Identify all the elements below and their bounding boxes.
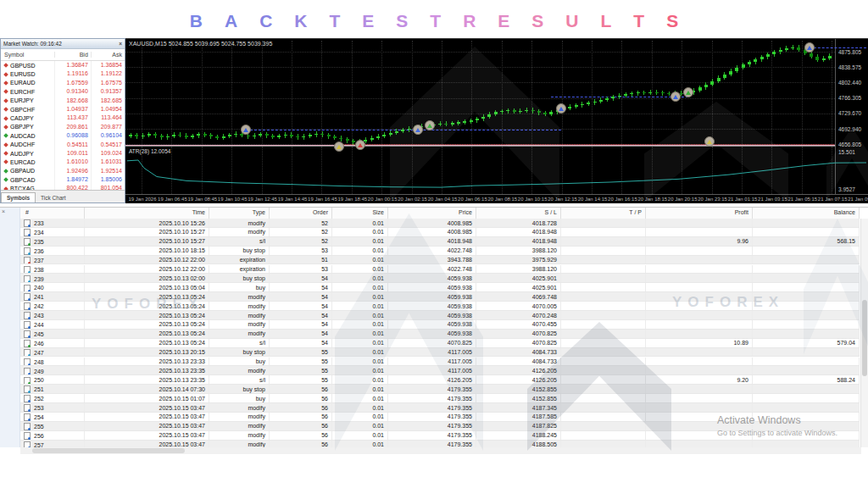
- tab-symbols[interactable]: Symbols: [1, 192, 36, 202]
- trade-marker[interactable]: [704, 136, 715, 147]
- market-watch-row-audcad[interactable]: AUDCAD0.960880.96104: [1, 131, 125, 140]
- table-row[interactable]: 2552025.10.15 03:47modify560.014179.3554…: [20, 422, 860, 431]
- horizontal-scrollbar[interactable]: [20, 447, 861, 454]
- order-cell: 54: [270, 320, 332, 329]
- time-axis-label: 21 Jan 03:15: [758, 197, 787, 202]
- close-icon[interactable]: ×: [119, 41, 122, 47]
- deal-cell: 243: [20, 311, 85, 319]
- market-watch-row-audjpy[interactable]: AUDJPY109.011109.024: [1, 149, 125, 158]
- trade-marker[interactable]: [804, 42, 815, 53]
- price-cell: 4126.205: [388, 375, 476, 384]
- market-watch-row-gbpaud[interactable]: GBPAUD1.924961.92514: [1, 167, 125, 175]
- order-type-icon: [24, 385, 31, 393]
- close-icon[interactable]: ×: [2, 208, 5, 214]
- balance-cell: [753, 422, 860, 430]
- time-cell: 2025.10.13 05:24: [85, 320, 209, 329]
- trade-marker[interactable]: [683, 87, 693, 97]
- time-axis-label: 20 Jan 14:15: [578, 197, 608, 202]
- table-row[interactable]: 2432025.10.13 05:24modify540.014059.9384…: [20, 311, 860, 320]
- profit-cell: [646, 219, 753, 227]
- deal-cell: 235: [20, 237, 85, 246]
- table-row[interactable]: 2442025.10.13 05:24modify540.014059.9384…: [20, 320, 860, 330]
- market-watch-row-gbpchf[interactable]: GBPCHF1.049371.04954: [1, 105, 125, 114]
- vertical-scrollbar[interactable]: [860, 219, 868, 447]
- trade-marker[interactable]: [556, 103, 566, 114]
- table-row[interactable]: 2332025.10.10 15:26modify520.014008.9854…: [20, 219, 860, 228]
- vertical-scrollbar-thumb[interactable]: [862, 300, 867, 376]
- order-type-icon: [24, 368, 31, 375]
- balance-cell: [753, 358, 860, 366]
- market-watch-row-audchf[interactable]: AUDCHF0.545110.54517: [1, 141, 125, 149]
- profit-cell: [646, 265, 753, 274]
- trade-marker[interactable]: [241, 125, 251, 135]
- trade-marker[interactable]: [413, 125, 423, 135]
- trade-marker[interactable]: [425, 120, 435, 130]
- time-axis-label: 20 Jan 18:15: [637, 197, 667, 202]
- time-cell: 2025.10.13 23:35: [85, 375, 209, 384]
- trade-marker[interactable]: [355, 140, 365, 150]
- sl-cell: 4018.948: [476, 237, 561, 246]
- time-cell: 2025.10.13 05:04: [85, 283, 209, 291]
- market-watch-row-eurchf[interactable]: EURCHF0.913400.91357: [1, 87, 125, 96]
- market-watch-row-gbpusd[interactable]: GBPUSD1.368471.36854: [1, 61, 125, 69]
- profit-cell: [646, 302, 753, 310]
- title-letter: A: [225, 11, 237, 31]
- market-watch-row-cadjpy[interactable]: CADJPY113.437113.464: [1, 114, 125, 122]
- size-cell: 0.01: [332, 219, 388, 227]
- table-row[interactable]: 2532025.10.15 03:47modify560.014179.3554…: [20, 403, 860, 413]
- price-chart[interactable]: XAUUSD,M15 5024.855 5039.695 5024.755 50…: [125, 38, 868, 203]
- type-cell: s/l: [209, 375, 270, 384]
- balance-cell: [753, 247, 860, 255]
- sl-cell: 4070.005: [476, 302, 561, 310]
- market-watch-row-gbpcad[interactable]: GBPCAD1.849721.85006: [1, 175, 125, 184]
- profit-cell: [646, 431, 753, 440]
- size-cell: 0.01: [332, 366, 388, 374]
- table-row[interactable]: 2462025.10.13 05:24s/l540.014070.8254070…: [20, 339, 860, 348]
- table-row[interactable]: 2562025.10.15 03:47modify560.014179.3554…: [20, 431, 860, 441]
- type-cell: modify: [209, 422, 270, 430]
- trade-marker[interactable]: [334, 141, 344, 152]
- table-row[interactable]: 2412025.10.13 05:24modify540.014059.9384…: [20, 292, 860, 302]
- profit-cell: [646, 292, 753, 301]
- trade-marker[interactable]: [670, 92, 681, 102]
- horizontal-scrollbar-thumb[interactable]: [32, 448, 185, 453]
- deal-cell: 242: [20, 302, 85, 310]
- bid-value: 1.61010: [55, 158, 92, 166]
- table-row[interactable]: 2542025.10.15 03:47modify560.014179.3554…: [20, 413, 860, 422]
- table-row[interactable]: 2422025.10.13 05:24modify540.014059.9384…: [20, 302, 860, 311]
- table-row[interactable]: 2362025.10.10 18:15buy stop530.014022.74…: [20, 247, 860, 256]
- deal-cell: 250: [20, 375, 85, 384]
- table-row[interactable]: 2352025.10.10 15:27s/l520.014018.9484018…: [20, 237, 860, 247]
- type-cell: modify: [209, 302, 270, 310]
- table-row[interactable]: 2492025.10.13 23:35modify550.014117.0054…: [20, 366, 860, 375]
- table-row[interactable]: 2512025.10.14 07:30buy stop560.014179.35…: [20, 385, 860, 394]
- table-row[interactable]: 2482025.10.13 23:33buy550.014117.0054084…: [20, 358, 860, 367]
- sl-cell: 4084.733: [476, 348, 561, 357]
- deal-number: 248: [34, 359, 44, 365]
- sl-cell: 4152.855: [476, 385, 561, 393]
- market-watch-rows: GBPUSD1.368471.36854EURUSD1.191161.19122…: [1, 61, 125, 193]
- table-row[interactable]: 2472025.10.13 20:15buy stop550.014117.00…: [20, 348, 860, 358]
- market-watch-row-eurcad[interactable]: EURCAD1.610101.61031: [1, 158, 125, 166]
- table-row[interactable]: 2382025.10.12 22:00expiration530.014022.…: [20, 265, 860, 274]
- table-row[interactable]: 2502025.10.13 23:35s/l550.014126.2054126…: [20, 375, 860, 385]
- tab-tick-chart[interactable]: Tick Chart: [36, 193, 70, 202]
- table-row[interactable]: 2402025.10.13 05:04buy540.014059.9384025…: [20, 283, 860, 292]
- price-cell: 4179.355: [388, 413, 476, 421]
- table-column-price: Price: [388, 208, 476, 219]
- deal-cell: 253: [20, 403, 85, 412]
- market-watch-row-euraud[interactable]: EURAUD1.675591.67575: [1, 79, 125, 87]
- time-axis-label: 20 Jan 12:15: [548, 197, 577, 202]
- table-row[interactable]: 2452025.10.13 05:24modify540.014059.9384…: [20, 330, 860, 339]
- market-watch-row-eurusd[interactable]: EURUSD1.191161.19122: [1, 69, 125, 78]
- table-row[interactable]: 2522025.10.15 01:07buy560.014179.3554152…: [20, 394, 860, 403]
- table-row[interactable]: 2372025.10.12 22:00expiration510.013943.…: [20, 256, 860, 265]
- table-column-order: Order: [270, 208, 332, 219]
- profit-cell: 9.96: [646, 237, 753, 246]
- table-row[interactable]: 2392025.10.13 02:00buy stop540.014059.93…: [20, 274, 860, 283]
- market-watch-row-gbpjpy[interactable]: GBPJPY209.861209.877: [1, 123, 125, 131]
- table-row[interactable]: 2342025.10.10 15:27modify520.014008.9854…: [20, 228, 860, 237]
- market-watch-row-eurjpy[interactable]: EURJPY182.668182.685: [1, 97, 125, 105]
- type-cell: modify: [209, 320, 270, 329]
- table-column-tp: T / P: [561, 208, 646, 219]
